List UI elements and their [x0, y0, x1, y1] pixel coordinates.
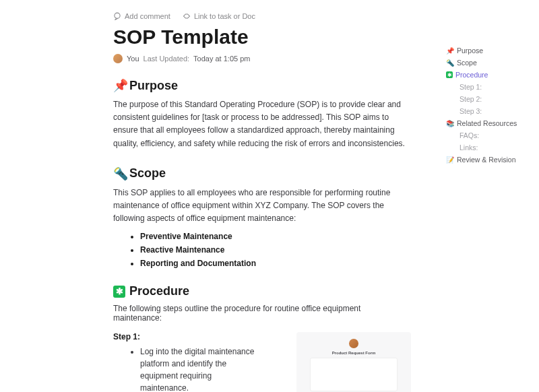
purpose-body: The purpose of this Standard Operating P…: [113, 98, 411, 150]
updated-label: Last Updated:: [144, 55, 190, 63]
scope-body: This SOP applies to all employees who ar…: [113, 187, 411, 226]
outline-item-step2[interactable]: Step 2:: [446, 93, 534, 105]
avatar[interactable]: [113, 54, 123, 63]
list-item: Log into the digital maintenance platfor…: [140, 346, 255, 392]
step-row: Step 1: Log into the digital maintenance…: [113, 332, 411, 392]
page-title: SOP Template: [113, 26, 411, 48]
form-title: Product Request Form: [332, 351, 376, 355]
form-box: [310, 358, 398, 391]
purpose-heading: 📌 Purpose: [113, 78, 411, 93]
outline-item-scope[interactable]: 🔦 Scope: [446, 57, 534, 69]
outline-item-faqs[interactable]: FAQs:: [446, 129, 534, 141]
meta-bar: You Last Updated: Today at 1:05 pm: [113, 54, 411, 63]
list-item: Reactive Maintenance: [140, 245, 411, 255]
memo-icon: 📝: [446, 156, 454, 164]
link-icon: [183, 12, 191, 20]
list-item: Preventive Maintenance: [140, 232, 411, 241]
outline-item-purpose[interactable]: 📌 Purpose: [446, 44, 534, 57]
asterisk-icon: ✱: [113, 286, 125, 298]
link-task-label: Link to task or Doc: [194, 12, 255, 20]
pin-icon: 📌: [113, 78, 128, 93]
add-comment-label: Add comment: [125, 12, 170, 20]
link-task-button[interactable]: Link to task or Doc: [183, 12, 255, 20]
pin-icon: 📌: [446, 47, 454, 55]
outline-item-resources[interactable]: 📚 Related Resources: [446, 117, 534, 129]
outline-item-step1[interactable]: Step 1:: [446, 81, 534, 93]
books-icon: 📚: [446, 120, 454, 127]
step-list: Log into the digital maintenance platfor…: [113, 346, 255, 392]
outline-item-step3[interactable]: Step 3:: [446, 105, 534, 117]
flashlight-icon: 🔦: [113, 166, 128, 181]
procedure-body: The following steps outline the procedur…: [113, 304, 411, 323]
updated-time: Today at 1:05 pm: [193, 55, 250, 63]
list-item: Reporting and Documentation: [140, 259, 411, 268]
outline-item-procedure[interactable]: ✱ Procedure: [446, 69, 534, 81]
asterisk-icon: ✱: [446, 71, 453, 78]
procedure-section: ✱ Procedure The following steps outline …: [113, 284, 411, 392]
author-name: You: [127, 55, 139, 63]
outline-item-review[interactable]: 📝 Review & Revision: [446, 154, 534, 166]
form-avatar-icon: [349, 339, 358, 348]
add-comment-button[interactable]: Add comment: [113, 12, 170, 20]
comment-icon: [113, 12, 121, 20]
toolbar: Add comment Link to task or Doc: [113, 12, 411, 20]
scope-section: 🔦 Scope This SOP applies to all employee…: [113, 166, 411, 269]
svg-point-0: [115, 13, 120, 18]
purpose-section: 📌 Purpose The purpose of this Standard O…: [113, 78, 411, 150]
outline-item-links[interactable]: Links:: [446, 141, 534, 154]
flashlight-icon: 🔦: [446, 59, 454, 67]
step-text: Step 1: Log into the digital maintenance…: [113, 332, 283, 392]
scope-bullets: Preventive Maintenance Reactive Maintena…: [113, 232, 411, 268]
procedure-heading: ✱ Procedure: [113, 284, 411, 298]
step-label: Step 1:: [113, 332, 283, 341]
outline-sidebar: 📌 Purpose 🔦 Scope ✱ Procedure Step 1: St…: [446, 44, 534, 166]
step-image-placeholder: Product Request Form: [296, 332, 411, 392]
scope-heading: 🔦 Scope: [113, 166, 411, 181]
